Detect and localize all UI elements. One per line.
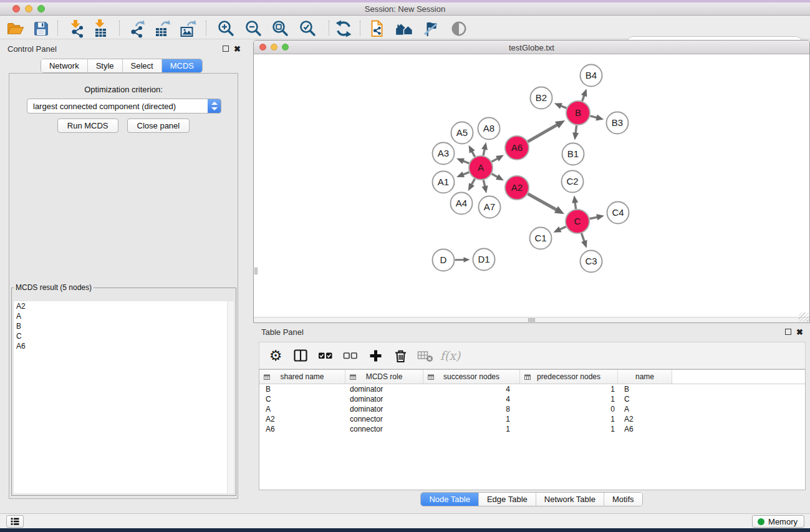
table-settings-button[interactable]: ⚙ [265,345,286,366]
network-from-document-button[interactable] [366,19,387,39]
import-network-button[interactable] [67,19,88,39]
column-header-shared-name[interactable]: shared name [259,370,345,384]
cell-predecessor-nodes[interactable]: 1 [520,415,618,423]
cell-mcds-role[interactable]: dominator [345,405,423,414]
cell-mcds-role[interactable]: connector [345,425,423,433]
cell-predecessor-nodes[interactable]: 1 [520,425,618,433]
graph-node-a7[interactable]: A7 [479,196,501,218]
edge-C-C3[interactable] [582,233,585,242]
network-canvas[interactable]: B4B2BB3A8A5A6A3B1AC2A1A2A4A7C4CC1DD1C3 [254,54,809,322]
result-list-scrollbar[interactable] [227,301,234,493]
show-columns-button[interactable] [290,345,311,366]
network-graph[interactable]: B4B2BB3A8A5A6A3B1AC2A1A2A4A7C4CC1DD1C3 [254,54,809,322]
scrollbar-thumb[interactable] [528,318,535,322]
export-network-button[interactable] [127,19,148,39]
delete-table-button[interactable] [415,345,436,366]
network-vertical-scrollbar[interactable] [254,268,258,274]
criterion-dropdown[interactable]: largest connected component (directed) [27,99,221,114]
graph-node-c1[interactable]: C1 [530,228,552,249]
import-table-button[interactable] [90,19,112,39]
graph-node-d[interactable]: D [433,249,455,271]
graph-node-c3[interactable]: C3 [581,251,602,273]
graph-node-a6[interactable]: A6 [505,136,529,160]
graph-node-a[interactable]: A [469,156,493,180]
memory-button[interactable]: Memory [752,515,804,528]
export-table-button[interactable] [152,19,173,39]
cell-mcds-role[interactable]: dominator [345,385,423,394]
graph-node-a5[interactable]: A5 [451,122,473,144]
graph-node-c2[interactable]: C2 [562,171,584,193]
graph-node-b3[interactable]: B3 [607,112,629,134]
network-horizontal-scrollbar[interactable] [254,317,809,322]
graph-node-a1[interactable]: A1 [433,172,455,193]
graph-node-a2[interactable]: A2 [505,176,529,200]
window-resize-grip[interactable] [799,312,809,322]
tab-style[interactable]: Style [87,59,122,72]
graph-node-b[interactable]: B [566,101,590,125]
control-panel-close-icon[interactable]: ✖ [234,46,241,53]
result-item-a[interactable]: A [14,311,234,321]
tab-select[interactable]: Select [122,59,162,72]
cell-successor-nodes[interactable]: 1 [423,415,520,423]
close-panel-button[interactable]: Close panel [127,118,190,133]
cell-mcds-role[interactable]: dominator [345,395,423,404]
cell-successor-nodes[interactable]: 1 [423,425,520,433]
cell-name[interactable]: C [618,395,672,404]
cell-name[interactable]: A2 [618,415,672,423]
delete-column-button[interactable] [390,345,411,366]
cell-predecessor-nodes[interactable]: 1 [520,385,618,394]
cell-shared-name[interactable]: A2 [259,415,345,423]
cell-name[interactable]: A [618,405,672,414]
zoom-fit-button[interactable] [270,19,291,39]
run-mcds-button[interactable]: Run MCDS [57,118,118,133]
edge-A6-B[interactable] [528,124,558,142]
deselect-all-button[interactable] [340,345,361,366]
table-row-a[interactable]: Adominator80A [259,404,805,414]
graph-node-b1[interactable]: B1 [562,143,584,165]
details-flag-button[interactable] [420,19,441,39]
table-row-a2[interactable]: A2connector11A2 [259,414,805,424]
graph-node-a3[interactable]: A3 [433,143,455,165]
edge-C-C4[interactable] [590,217,599,219]
cell-shared-name[interactable]: C [259,395,345,404]
graph-node-b4[interactable]: B4 [581,65,602,87]
edge-A2-C[interactable] [528,194,557,210]
tab-edge-table[interactable]: Edge Table [478,493,536,506]
table-row-a6[interactable]: A6connector11A6 [259,424,805,434]
zoom-selected-button[interactable] [297,19,319,39]
tab-network-table[interactable]: Network Table [536,493,604,506]
cell-predecessor-nodes[interactable]: 0 [520,405,618,414]
tab-node-table[interactable]: Node Table [421,493,478,506]
cell-mcds-role[interactable]: connector [345,415,423,423]
cell-shared-name[interactable]: A [259,405,345,414]
column-header-name[interactable]: name [618,370,672,384]
cell-successor-nodes[interactable]: 4 [423,395,520,404]
cell-shared-name[interactable]: A6 [259,425,345,433]
task-history-button[interactable] [6,515,24,528]
refresh-view-button[interactable] [333,19,354,39]
table-panel-close-icon[interactable]: ✖ [796,329,803,336]
column-header-predecessor-nodes[interactable]: predecessor nodes [520,370,618,384]
add-column-button[interactable] [365,345,386,366]
column-header-successor-nodes[interactable]: successor nodes [423,370,520,384]
cell-shared-name[interactable]: B [259,385,345,394]
table-panel-float-icon[interactable] [785,329,791,335]
cell-successor-nodes[interactable]: 4 [423,385,520,394]
graph-node-b2[interactable]: B2 [531,87,552,109]
column-header-mcds-role[interactable]: MCDS role [345,370,423,384]
table-row-b[interactable]: Bdominator41B [259,384,805,394]
select-all-button[interactable] [315,345,336,366]
tab-network[interactable]: Network [41,59,87,72]
network-window-titlebar[interactable]: testGlobe.txt [254,41,809,54]
tab-mcds[interactable]: MCDS [162,59,202,72]
cell-predecessor-nodes[interactable]: 1 [520,395,618,404]
result-item-b[interactable]: B [14,321,234,331]
save-session-button[interactable] [31,19,52,39]
table-row-c[interactable]: Cdominator41C [259,394,805,404]
control-panel-float-icon[interactable] [223,46,229,52]
cell-successor-nodes[interactable]: 8 [423,405,520,414]
function-builder-button[interactable]: f(x) [440,345,461,366]
tab-motifs[interactable]: Motifs [604,493,642,506]
home-neighbors-button[interactable] [393,19,415,39]
graph-node-a4[interactable]: A4 [451,193,473,215]
